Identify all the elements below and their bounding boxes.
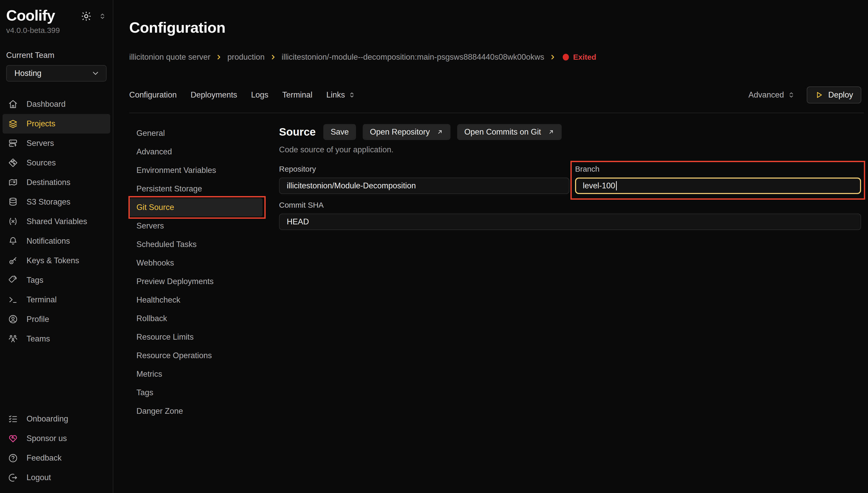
- breadcrumb-environment[interactable]: production: [227, 52, 264, 62]
- tab-label: Terminal: [282, 90, 313, 100]
- current-team-label: Current Team: [6, 51, 107, 60]
- open-repository-button[interactable]: Open Repository: [363, 124, 450, 140]
- commit-sha-label: Commit SHA: [279, 201, 861, 210]
- team-select-value: Hosting: [15, 69, 41, 78]
- sidebar-item-keys-tokens[interactable]: Keys & Tokens: [3, 251, 110, 271]
- branch-input[interactable]: level-100: [575, 177, 861, 194]
- breadcrumb-application[interactable]: illicitestonion/-module--decomposition:m…: [282, 52, 544, 62]
- subnav-item-resource-operations[interactable]: Resource Operations: [129, 346, 262, 365]
- status-badge: Exited: [563, 53, 596, 62]
- subnav-item-resource-limits[interactable]: Resource Limits: [129, 328, 262, 346]
- subnav-item-general[interactable]: General: [129, 124, 262, 143]
- chevron-right-icon: [549, 54, 556, 61]
- sidebar-item-label: Tags: [26, 276, 43, 285]
- subnav-item-servers[interactable]: Servers: [129, 217, 262, 235]
- sidebar-item-label: Dashboard: [26, 100, 66, 109]
- sidebar-item-label: Destinations: [26, 178, 70, 187]
- sidebar-item-label: Sources: [26, 158, 56, 168]
- subnav-label: Metrics: [136, 369, 162, 379]
- theme-sun-icon[interactable]: [81, 11, 92, 22]
- status-dot-icon: [563, 54, 569, 61]
- sidebar-item-sources[interactable]: Sources: [3, 153, 110, 173]
- commit-sha-input[interactable]: [279, 214, 861, 230]
- advanced-selector[interactable]: Advanced: [748, 90, 796, 100]
- bell-icon: [8, 236, 18, 246]
- sidebar-item-servers[interactable]: Servers: [3, 133, 110, 153]
- subnav-item-webhooks[interactable]: Webhooks: [129, 254, 262, 272]
- sidebar-item-label: Projects: [26, 119, 55, 128]
- tab-links[interactable]: Links: [326, 90, 356, 100]
- sidebar-item-terminal[interactable]: Terminal: [3, 290, 110, 309]
- app-root: Coolify v4.0.0-beta.399 Current Team Hos…: [0, 0, 868, 493]
- repository-input[interactable]: [279, 177, 569, 194]
- source-heading: Source: [279, 126, 316, 138]
- subnav-label: Preview Deployments: [136, 277, 214, 286]
- sidebar-item-profile[interactable]: Profile: [3, 309, 110, 329]
- sidebar-item-onboarding[interactable]: Onboarding: [3, 409, 110, 429]
- app-version: v4.0.0-beta.399: [6, 26, 107, 35]
- sidebar-item-sponsor-us[interactable]: Sponsor us: [3, 429, 110, 448]
- source-description: Code source of your application.: [279, 145, 861, 154]
- database-icon: [8, 197, 18, 207]
- theme-switcher-chevrons-icon[interactable]: [98, 12, 107, 20]
- subnav-label: Servers: [136, 221, 164, 231]
- deploy-button[interactable]: Deploy: [807, 86, 862, 103]
- save-button[interactable]: Save: [323, 124, 356, 140]
- tab-label: Links: [326, 90, 345, 100]
- play-icon: [815, 91, 823, 99]
- tab-terminal[interactable]: Terminal: [282, 90, 313, 100]
- subnav-label: Tags: [136, 388, 153, 397]
- key-icon: [8, 256, 18, 265]
- sidebar-item-teams[interactable]: Teams: [3, 329, 110, 349]
- subnav-item-advanced[interactable]: Advanced: [129, 143, 262, 161]
- sidebar-item-label: Logout: [26, 473, 51, 482]
- help-circle-icon: [8, 453, 18, 463]
- tag-icon: [8, 275, 18, 285]
- sidebar-item-tags[interactable]: Tags: [3, 271, 110, 290]
- subnav-item-environment-variables[interactable]: Environment Variables: [129, 161, 262, 179]
- source-header: Source Save Open Repository Open Commits…: [279, 124, 861, 140]
- text-caret: [616, 181, 617, 190]
- subnav-item-persistent-storage[interactable]: Persistent Storage: [129, 179, 262, 198]
- subnav-item-preview-deployments[interactable]: Preview Deployments: [129, 272, 262, 291]
- app-logo: Coolify: [6, 8, 55, 23]
- sidebar-item-shared-variables[interactable]: Shared Variables: [3, 212, 110, 231]
- header-divider: [129, 113, 864, 113]
- tab-deployments[interactable]: Deployments: [190, 90, 237, 100]
- sidebar-item-label: Notifications: [26, 236, 70, 246]
- git-source-panel: Source Save Open Repository Open Commits…: [279, 124, 861, 421]
- sidebar-item-label: Profile: [26, 315, 49, 324]
- sidebar-item-destinations[interactable]: Destinations: [3, 173, 110, 192]
- sidebar-item-feedback[interactable]: Feedback: [3, 448, 110, 468]
- branch-field-group: Branch level-100: [575, 165, 861, 194]
- open-commits-button[interactable]: Open Commits on Git: [457, 124, 562, 140]
- repository-field-group: Repository: [279, 165, 569, 194]
- breadcrumb: illicitonion quote server production ill…: [129, 52, 868, 62]
- sidebar-item-logout[interactable]: Logout: [3, 468, 110, 487]
- subnav-label: Resource Operations: [136, 351, 212, 360]
- sidebar-item-label: Teams: [26, 334, 50, 343]
- subnav-item-scheduled-tasks[interactable]: Scheduled Tasks: [129, 235, 262, 254]
- tab-configuration[interactable]: Configuration: [129, 90, 176, 100]
- open-repository-label: Open Repository: [370, 127, 430, 137]
- sidebar-item-notifications[interactable]: Notifications: [3, 231, 110, 251]
- subnav-item-danger-zone[interactable]: Danger Zone: [129, 402, 262, 421]
- sidebar-footer: Onboarding Sponsor us Feedback Logout: [0, 409, 113, 487]
- terminal-icon: [8, 295, 18, 304]
- sidebar-item-projects[interactable]: Projects: [3, 114, 110, 133]
- sidebar-item-label: Sponsor us: [26, 434, 67, 443]
- subnav-item-healthcheck[interactable]: Healthcheck: [129, 291, 262, 309]
- subnav-label: Rollback: [136, 314, 167, 323]
- subnav-item-git-source[interactable]: Git Source: [129, 198, 262, 217]
- breadcrumb-project[interactable]: illicitonion quote server: [129, 52, 210, 62]
- subnav-item-tags[interactable]: Tags: [129, 383, 262, 402]
- subnav-item-metrics[interactable]: Metrics: [129, 365, 262, 383]
- tab-logs[interactable]: Logs: [251, 90, 268, 100]
- sidebar-item-dashboard[interactable]: Dashboard: [3, 94, 110, 114]
- sidebar-item-label: Keys & Tokens: [26, 256, 79, 265]
- team-select[interactable]: Hosting: [6, 65, 107, 82]
- subnav-label: Persistent Storage: [136, 184, 202, 193]
- subnav-item-rollback[interactable]: Rollback: [129, 309, 262, 328]
- subnav-label: Advanced: [136, 147, 172, 156]
- sidebar-item-s3-storages[interactable]: S3 Storages: [3, 192, 110, 212]
